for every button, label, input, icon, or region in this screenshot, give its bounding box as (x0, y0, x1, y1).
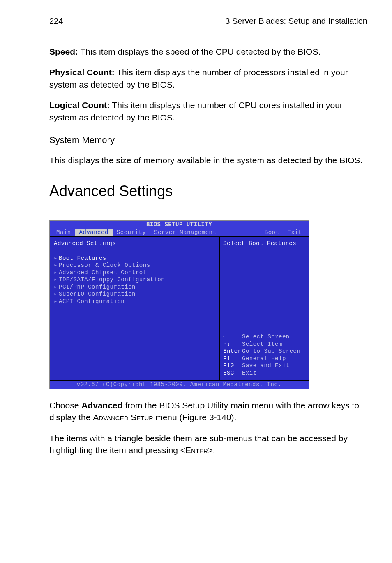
hint-general-help: General Help (242, 355, 286, 362)
hint-key-f1: F1 (223, 355, 242, 363)
para-logical-count: Logical Count: This item displays the nu… (49, 99, 367, 123)
bios-tab-main[interactable]: Main (52, 229, 75, 236)
bios-screenshot: BIOS SETUP UTILITY Main Advanced Securit… (49, 220, 309, 389)
para-choose-advanced: Choose Advanced from the BIOS Setup Util… (49, 399, 367, 424)
bios-item-superio[interactable]: ▸SuperIO Configuration (54, 291, 215, 298)
section-advanced-settings: Advanced Settings (49, 183, 367, 200)
bios-item-label: Processor & Clock Options (59, 262, 150, 269)
bios-item-boot-features[interactable]: ▸Boot Features (54, 255, 215, 262)
bios-item-label: PCI/PnP Configuration (59, 284, 136, 290)
para-system-memory: This displays the size of memory availab… (49, 154, 367, 166)
bios-tab-boot[interactable]: Boot (261, 229, 284, 236)
bios-item-advanced-chipset[interactable]: ▸Advanced Chipset Control (54, 269, 215, 277)
page-number: 224 (49, 16, 63, 26)
text-fragment: Choose (49, 401, 81, 410)
submenu-arrow-icon: ▸ (54, 262, 59, 269)
hint-key-arrow-ud: ↑↓ (223, 341, 242, 348)
para-speed: Speed: This item displays the speed of t… (49, 46, 367, 58)
hint-key-enter: Enter (223, 348, 242, 355)
submenu-arrow-icon: ▸ (54, 269, 59, 277)
text-fragment: menu (Figure 3-140). (153, 412, 236, 422)
hint-key-f10: F10 (223, 362, 242, 370)
bios-item-label: Boot Features (59, 255, 106, 262)
page-header: 224 3 Server Blades: Setup and Installat… (49, 16, 367, 26)
bios-item-ide-sata-floppy[interactable]: ▸IDE/SATA/Floppy Configuration (54, 276, 215, 284)
speed-text: This item displays the speed of the CPU … (78, 47, 321, 56)
hint-select-item: Select Item (242, 341, 282, 348)
bios-left-pane: Advanced Settings ▸Boot Features ▸Proces… (50, 237, 220, 380)
bios-window-title: BIOS SETUP UTILITY (50, 221, 309, 229)
bios-key-hints: ←Select Screen ↑↓Select Item EnterGo to … (223, 334, 305, 377)
bios-footer-copyright: v02.67 (C)Copyright 1985-2009, American … (50, 380, 309, 389)
submenu-arrow-icon: ▸ (54, 284, 59, 291)
bios-item-acpi[interactable]: ▸ACPI Configuration (54, 298, 215, 306)
bios-tab-exit[interactable]: Exit (283, 229, 306, 236)
bios-tab-advanced[interactable]: Advanced (75, 229, 113, 236)
hint-select-screen: Select Screen (242, 334, 290, 340)
para-submenu-note: The items with a triangle beside them ar… (49, 432, 367, 456)
para-physical-count: Physical Count: This item displays the n… (49, 66, 367, 90)
submenu-arrow-icon: ▸ (54, 276, 59, 284)
bios-right-pane: Select Boot Features ←Select Screen ↑↓Se… (220, 237, 309, 380)
speed-label: Speed: (49, 47, 78, 56)
subheading-system-memory: System Memory (49, 135, 367, 146)
bios-item-label: Advanced Chipset Control (59, 269, 147, 276)
hint-key-esc: ESC (223, 370, 242, 377)
bios-tab-server-management[interactable]: Server Management (150, 229, 220, 236)
submenu-arrow-icon: ▸ (54, 298, 59, 306)
bios-item-label: IDE/SATA/Floppy Configuration (59, 276, 165, 283)
bios-item-pci-pnp[interactable]: ▸PCI/PnP Configuration (54, 284, 215, 291)
hint-save-exit: Save and Exit (242, 362, 290, 369)
logical-count-label: Logical Count: (49, 100, 110, 110)
hint-key-arrow-lr: ← (223, 334, 242, 341)
bios-panel-heading: Advanced Settings (54, 240, 215, 248)
physical-count-label: Physical Count: (49, 67, 115, 77)
bios-item-help: Select Boot Features (223, 240, 305, 248)
hint-sub-screen: Go to Sub Screen (242, 348, 300, 354)
submenu-arrow-icon: ▸ (54, 255, 59, 262)
bios-item-label: SuperIO Configuration (59, 291, 136, 297)
text-fragment: >. (208, 445, 215, 455)
chapter-title: 3 Server Blades: Setup and Installation (225, 16, 367, 26)
advanced-bold: Advanced (81, 401, 122, 410)
advanced-setup-smallcaps: Advanced Setup (93, 412, 153, 422)
hint-exit: Exit (242, 370, 257, 376)
bios-item-label: ACPI Configuration (59, 298, 125, 305)
bios-tabs: Main Advanced Security Server Management… (50, 229, 309, 236)
bios-tab-security[interactable]: Security (113, 229, 150, 236)
submenu-arrow-icon: ▸ (54, 291, 59, 298)
enter-smallcaps: Enter (185, 445, 208, 455)
bios-item-processor-clock[interactable]: ▸Processor & Clock Options (54, 262, 215, 269)
